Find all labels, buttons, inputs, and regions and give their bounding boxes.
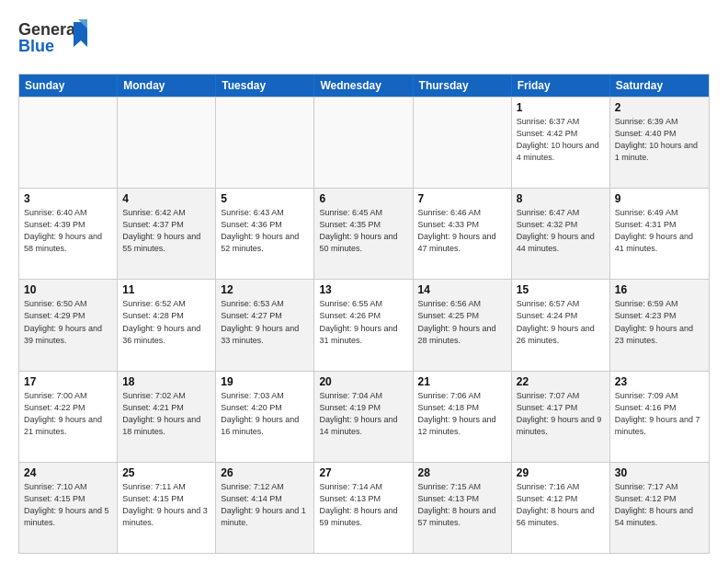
day-number: 24: [24, 466, 112, 479]
day-cell-2: 2Sunrise: 6:39 AM Sunset: 4:40 PM Daylig…: [610, 98, 709, 188]
day-number: 9: [615, 192, 704, 205]
day-info: Sunrise: 6:56 AM Sunset: 4:25 PM Dayligh…: [418, 298, 506, 346]
empty-cell: [314, 98, 413, 188]
weekday-header-friday: Friday: [512, 75, 610, 97]
svg-text:General: General: [18, 20, 80, 39]
day-number: 20: [319, 375, 407, 388]
day-cell-26: 26Sunrise: 7:12 AM Sunset: 4:14 PM Dayli…: [216, 463, 314, 553]
day-info: Sunrise: 7:04 AM Sunset: 4:19 PM Dayligh…: [319, 390, 407, 438]
day-number: 6: [319, 192, 407, 205]
day-cell-12: 12Sunrise: 6:53 AM Sunset: 4:27 PM Dayli…: [216, 280, 314, 370]
weekday-header-tuesday: Tuesday: [216, 75, 314, 97]
day-number: 27: [319, 466, 407, 479]
svg-text:Blue: Blue: [18, 37, 54, 55]
day-number: 4: [122, 192, 210, 205]
calendar-header: SundayMondayTuesdayWednesdayThursdayFrid…: [19, 75, 709, 97]
day-number: 18: [122, 375, 210, 388]
day-info: Sunrise: 7:16 AM Sunset: 4:12 PM Dayligh…: [517, 481, 605, 529]
day-cell-10: 10Sunrise: 6:50 AM Sunset: 4:29 PM Dayli…: [19, 280, 118, 370]
day-info: Sunrise: 7:03 AM Sunset: 4:20 PM Dayligh…: [221, 390, 309, 438]
calendar-row-2: 10Sunrise: 6:50 AM Sunset: 4:29 PM Dayli…: [19, 279, 709, 370]
day-cell-20: 20Sunrise: 7:04 AM Sunset: 4:19 PM Dayli…: [314, 372, 413, 462]
day-cell-21: 21Sunrise: 7:06 AM Sunset: 4:18 PM Dayli…: [414, 372, 512, 462]
day-number: 13: [319, 283, 407, 296]
day-info: Sunrise: 6:45 AM Sunset: 4:35 PM Dayligh…: [319, 207, 407, 255]
day-number: 21: [418, 375, 506, 388]
day-info: Sunrise: 6:37 AM Sunset: 4:42 PM Dayligh…: [517, 116, 605, 164]
day-cell-9: 9Sunrise: 6:49 AM Sunset: 4:31 PM Daylig…: [610, 189, 709, 279]
day-number: 30: [615, 466, 704, 479]
day-number: 11: [122, 283, 210, 296]
day-cell-4: 4Sunrise: 6:42 AM Sunset: 4:37 PM Daylig…: [118, 189, 216, 279]
weekday-header-thursday: Thursday: [414, 75, 512, 97]
day-info: Sunrise: 7:10 AM Sunset: 4:15 PM Dayligh…: [24, 481, 112, 529]
calendar-row-4: 24Sunrise: 7:10 AM Sunset: 4:15 PM Dayli…: [19, 462, 709, 553]
day-info: Sunrise: 7:02 AM Sunset: 4:21 PM Dayligh…: [122, 390, 210, 438]
empty-cell: [19, 98, 118, 188]
day-number: 2: [615, 101, 704, 114]
day-number: 26: [221, 466, 309, 479]
calendar-row-1: 3Sunrise: 6:40 AM Sunset: 4:39 PM Daylig…: [19, 188, 709, 279]
day-number: 10: [24, 283, 112, 296]
day-number: 5: [221, 192, 309, 205]
day-info: Sunrise: 6:42 AM Sunset: 4:37 PM Dayligh…: [122, 207, 210, 255]
day-info: Sunrise: 7:12 AM Sunset: 4:14 PM Dayligh…: [221, 481, 309, 529]
day-cell-8: 8Sunrise: 6:47 AM Sunset: 4:32 PM Daylig…: [512, 189, 610, 279]
day-cell-27: 27Sunrise: 7:14 AM Sunset: 4:13 PM Dayli…: [314, 463, 413, 553]
day-number: 8: [517, 192, 605, 205]
day-info: Sunrise: 6:50 AM Sunset: 4:29 PM Dayligh…: [24, 298, 112, 346]
day-number: 25: [122, 466, 210, 479]
day-info: Sunrise: 6:59 AM Sunset: 4:23 PM Dayligh…: [615, 298, 704, 346]
day-cell-30: 30Sunrise: 7:17 AM Sunset: 4:12 PM Dayli…: [610, 463, 709, 553]
day-info: Sunrise: 6:46 AM Sunset: 4:33 PM Dayligh…: [418, 207, 506, 255]
day-info: Sunrise: 7:15 AM Sunset: 4:13 PM Dayligh…: [418, 481, 506, 529]
day-info: Sunrise: 7:06 AM Sunset: 4:18 PM Dayligh…: [418, 390, 506, 438]
header: General Blue: [18, 15, 710, 64]
calendar-row-3: 17Sunrise: 7:00 AM Sunset: 4:22 PM Dayli…: [19, 371, 709, 462]
day-number: 1: [517, 101, 605, 114]
day-number: 15: [517, 283, 605, 296]
calendar: SundayMondayTuesdayWednesdayThursdayFrid…: [18, 74, 710, 554]
day-cell-29: 29Sunrise: 7:16 AM Sunset: 4:12 PM Dayli…: [512, 463, 610, 553]
empty-cell: [216, 98, 314, 188]
calendar-body: 1Sunrise: 6:37 AM Sunset: 4:42 PM Daylig…: [19, 97, 709, 553]
day-info: Sunrise: 7:07 AM Sunset: 4:17 PM Dayligh…: [517, 390, 605, 438]
day-cell-28: 28Sunrise: 7:15 AM Sunset: 4:13 PM Dayli…: [414, 463, 512, 553]
day-number: 12: [221, 283, 309, 296]
day-info: Sunrise: 7:11 AM Sunset: 4:15 PM Dayligh…: [122, 481, 210, 529]
calendar-row-0: 1Sunrise: 6:37 AM Sunset: 4:42 PM Daylig…: [19, 97, 709, 188]
weekday-header-wednesday: Wednesday: [314, 75, 413, 97]
day-cell-18: 18Sunrise: 7:02 AM Sunset: 4:21 PM Dayli…: [118, 372, 216, 462]
day-cell-17: 17Sunrise: 7:00 AM Sunset: 4:22 PM Dayli…: [19, 372, 118, 462]
day-cell-6: 6Sunrise: 6:45 AM Sunset: 4:35 PM Daylig…: [314, 189, 413, 279]
day-number: 7: [418, 192, 506, 205]
day-number: 14: [418, 283, 506, 296]
day-info: Sunrise: 6:47 AM Sunset: 4:32 PM Dayligh…: [517, 207, 605, 255]
day-info: Sunrise: 6:55 AM Sunset: 4:26 PM Dayligh…: [319, 298, 407, 346]
day-number: 28: [418, 466, 506, 479]
day-cell-13: 13Sunrise: 6:55 AM Sunset: 4:26 PM Dayli…: [314, 280, 413, 370]
logo: General Blue: [18, 15, 92, 64]
day-number: 23: [615, 375, 704, 388]
day-cell-24: 24Sunrise: 7:10 AM Sunset: 4:15 PM Dayli…: [19, 463, 118, 553]
day-info: Sunrise: 6:43 AM Sunset: 4:36 PM Dayligh…: [221, 207, 309, 255]
day-info: Sunrise: 7:17 AM Sunset: 4:12 PM Dayligh…: [615, 481, 704, 529]
day-cell-25: 25Sunrise: 7:11 AM Sunset: 4:15 PM Dayli…: [118, 463, 216, 553]
day-info: Sunrise: 6:53 AM Sunset: 4:27 PM Dayligh…: [221, 298, 309, 346]
weekday-header-sunday: Sunday: [19, 75, 118, 97]
day-number: 16: [615, 283, 704, 296]
day-cell-19: 19Sunrise: 7:03 AM Sunset: 4:20 PM Dayli…: [216, 372, 314, 462]
day-cell-23: 23Sunrise: 7:09 AM Sunset: 4:16 PM Dayli…: [610, 372, 709, 462]
day-info: Sunrise: 6:40 AM Sunset: 4:39 PM Dayligh…: [24, 207, 112, 255]
page: General Blue SundayMondayTuesdayWednesda…: [0, 0, 728, 563]
day-info: Sunrise: 6:39 AM Sunset: 4:40 PM Dayligh…: [615, 116, 704, 164]
day-cell-5: 5Sunrise: 6:43 AM Sunset: 4:36 PM Daylig…: [216, 189, 314, 279]
empty-cell: [118, 98, 216, 188]
day-number: 22: [517, 375, 605, 388]
logo-icon: General Blue: [18, 15, 92, 61]
day-info: Sunrise: 6:49 AM Sunset: 4:31 PM Dayligh…: [615, 207, 704, 255]
day-cell-15: 15Sunrise: 6:57 AM Sunset: 4:24 PM Dayli…: [512, 280, 610, 370]
weekday-header-saturday: Saturday: [610, 75, 709, 97]
day-cell-14: 14Sunrise: 6:56 AM Sunset: 4:25 PM Dayli…: [414, 280, 512, 370]
day-cell-3: 3Sunrise: 6:40 AM Sunset: 4:39 PM Daylig…: [19, 189, 118, 279]
